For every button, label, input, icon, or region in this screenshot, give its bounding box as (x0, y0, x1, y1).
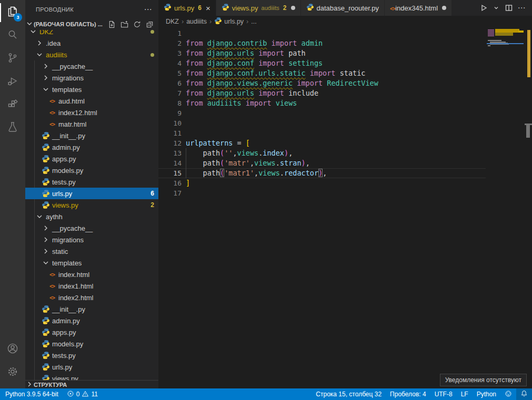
activity-item-source-control[interactable] (0, 47, 25, 70)
activity-item-search[interactable] (0, 24, 25, 47)
code-line-5[interactable]: 5from django.conf.urls.static import sta… (158, 68, 486, 78)
new-file-icon[interactable] (107, 19, 116, 29)
line-number: 6 (158, 78, 182, 88)
status-eol[interactable]: LF (457, 388, 473, 400)
code-line-11[interactable]: 11 (158, 128, 486, 138)
tree-item-admin.py[interactable]: admin.py (25, 141, 158, 153)
tree-item-views.py[interactable]: views.py (25, 373, 158, 380)
scrollbar-thumb (526, 125, 530, 138)
tree-item-views.py[interactable]: views.py2 (25, 199, 158, 211)
tree-item-aythh[interactable]: aythh (25, 211, 158, 222)
tree-item-index1.html[interactable]: <>index1.html (25, 280, 158, 292)
tree-item-urls.py[interactable]: urls.py (25, 361, 158, 373)
code-line-12[interactable]: 12urlpatterns = [ (158, 138, 486, 148)
code-line-3[interactable]: 3from django.urls import path (158, 48, 486, 58)
code-line-13[interactable]: 13 path('',views.index), (158, 148, 486, 158)
tree-item-urls.py[interactable]: urls.py6 (25, 188, 158, 199)
breadcrumb-item-audiiits[interactable]: audiiits (186, 18, 207, 25)
status-encoding[interactable]: UTF-8 (430, 388, 457, 400)
more-actions-icon[interactable]: ⋯ (516, 2, 527, 14)
tree-item-static[interactable]: static (25, 245, 158, 257)
tree-item-apps.py[interactable]: apps.py (25, 153, 158, 165)
line-number: 16 (158, 178, 182, 188)
tab-index345.html[interactable]: <>index345.html (385, 0, 452, 16)
activity-item-extensions[interactable] (0, 94, 25, 117)
code-line-9[interactable]: 9 (158, 108, 486, 118)
close-icon[interactable]: × (206, 4, 210, 12)
activity-item-testing[interactable] (0, 117, 25, 140)
outline-section-header[interactable]: СТРУКТУРА (25, 380, 158, 388)
tab-urls.py[interactable]: urls.py6× (158, 0, 216, 16)
tree-item-migrations[interactable]: migrations (25, 234, 158, 245)
status-feedback[interactable] (500, 388, 516, 400)
tab-database_roouter.py[interactable]: database_roouter.py (301, 0, 385, 16)
status-problems[interactable]: 011 (63, 388, 102, 400)
tree-item-apps.py[interactable]: apps.py (25, 326, 158, 338)
activity-bar: 3 (0, 0, 25, 388)
more-actions-icon[interactable]: ⋯ (144, 5, 152, 14)
status-cursor-position[interactable]: Строка 15, столбец 32 (312, 388, 386, 400)
tab-views.py[interactable]: views.pyaudiiits2 (216, 0, 301, 16)
refresh-icon[interactable] (132, 19, 142, 29)
run-button[interactable] (478, 2, 489, 14)
code-line-17[interactable]: 17 (158, 188, 486, 198)
status-language-mode[interactable]: Python (473, 388, 500, 400)
breadcrumb-item-...[interactable]: ... (251, 18, 256, 25)
tree-item-aud.html[interactable]: <>aud.html (25, 95, 158, 107)
python-file-icon (222, 3, 232, 13)
status-indentation[interactable]: Пробелов: 4 (386, 388, 430, 400)
tree-item-tests.py[interactable]: tests.py (25, 350, 158, 361)
code-editor[interactable]: 12from django.contrib import admin3from … (158, 27, 532, 388)
warning-icon (82, 390, 89, 399)
tree-item-admin.py[interactable]: admin.py (25, 315, 158, 326)
tree-item-index2.html[interactable]: <>index2.html (25, 292, 158, 303)
tree-item-audiiits[interactable]: audiiits (25, 49, 158, 60)
minimap[interactable] (487, 27, 525, 388)
tree-item-migrations[interactable]: migrations (25, 72, 158, 84)
code-line-1[interactable]: 1 (158, 28, 486, 38)
code-line-7[interactable]: 7from django.urls import include (158, 88, 486, 98)
breadcrumb-item-urls.py[interactable]: urls.py (214, 17, 244, 26)
code-line-8[interactable]: 8from audiiits import views (158, 98, 486, 108)
tree-item-index12.html[interactable]: <>index12.html (25, 107, 158, 118)
split-editor-button[interactable] (504, 2, 514, 14)
run-dropdown-button[interactable] (491, 2, 501, 14)
py-file-icon (41, 374, 51, 380)
new-folder-icon[interactable] (119, 19, 129, 29)
tree-item-matr.html[interactable]: <>matr.html (25, 118, 158, 130)
code-line-14[interactable]: 14 path('matr',views.stran), (158, 158, 486, 168)
python-file-icon (214, 17, 224, 26)
tree-item-templates[interactable]: templates (25, 257, 158, 269)
tree-item-__pycache__[interactable]: __pycache__ (25, 60, 158, 72)
tree-item-__pycache__[interactable]: __pycache__ (25, 222, 158, 234)
tree-item-tests.py[interactable]: tests.py (25, 176, 158, 188)
tree-item-__init__.py[interactable]: __init__.py (25, 130, 158, 141)
tree-item-models.py[interactable]: models.py (25, 165, 158, 176)
code-line-4[interactable]: 4from django.conf import settings (158, 58, 486, 68)
tree-item-models.py[interactable]: models.py (25, 338, 158, 350)
scrollbar[interactable] (525, 27, 532, 388)
activity-item-account[interactable] (0, 338, 25, 361)
activity-item-explorer[interactable]: 3 (0, 1, 25, 24)
breadcrumb-label: audiiits (186, 18, 207, 25)
collapse-all-icon[interactable] (145, 19, 154, 29)
line-number: 5 (158, 68, 182, 78)
code-line-2[interactable]: 2from django.contrib import admin (158, 38, 486, 48)
code-line-10[interactable]: 10 (158, 118, 486, 128)
code-line-15[interactable]: 15 path('matr1',views.redactor), (158, 168, 486, 178)
line-text: path('matr1',views.redactor), (186, 168, 327, 178)
status-notifications[interactable] (516, 388, 532, 400)
status-python-interpreter[interactable]: Python 3.9.5 64-bit (0, 388, 63, 400)
tree-item-__init__.py[interactable]: __init__.py (25, 303, 158, 315)
line-text: from django.urls import path (186, 48, 306, 58)
activity-item-settings[interactable] (0, 361, 25, 384)
tree-item-.idea[interactable]: .idea (25, 37, 158, 49)
tree-item-templates[interactable]: templates (25, 84, 158, 95)
tree-item-index.html[interactable]: <>index.html (25, 269, 158, 280)
tree-item-DKZ[interactable]: DKZ (25, 30, 158, 37)
activity-item-run-debug[interactable] (0, 70, 25, 94)
code-line-6[interactable]: 6from django.views.generic import Redire… (158, 78, 486, 88)
breadcrumb-item-DKZ[interactable]: DKZ (166, 18, 179, 25)
code-line-16[interactable]: 16] (158, 178, 486, 188)
workspace-section-header[interactable]: (РАБОЧАЯ ОБЛАСТЬ) ... (25, 18, 158, 30)
